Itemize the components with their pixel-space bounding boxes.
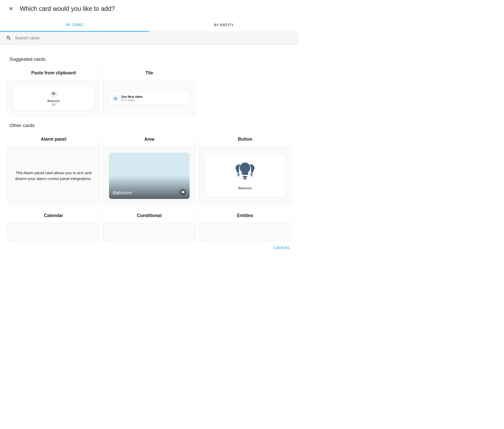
- card-paste-from-clipboard[interactable]: Paste from clipboard Bedroom Off: [7, 66, 100, 117]
- paste-preview: Bedroom Off: [13, 86, 94, 110]
- sun-clock-icon: [112, 95, 119, 102]
- cancel-button[interactable]: CANCEL: [274, 245, 290, 250]
- button-entity-label: Bedroom: [211, 186, 279, 190]
- paste-entity-state: Off: [17, 103, 89, 106]
- area-preview: Bathroom: [109, 153, 190, 199]
- paste-entity-name: Bedroom: [17, 100, 89, 103]
- svg-rect-2: [237, 174, 240, 175]
- tile-entity-sub: In 11 hours: [121, 99, 143, 102]
- tab-by-card[interactable]: BY CARD: [0, 18, 149, 32]
- area-room-label: Bathroom: [113, 190, 132, 195]
- button-preview: Bedroom: [205, 155, 286, 196]
- tile-entity-name: Sun Next dawn: [121, 95, 143, 99]
- close-button[interactable]: [7, 5, 15, 13]
- suggested-heading: Suggested cards: [10, 56, 292, 62]
- card-title: Area: [103, 132, 196, 147]
- card-tile[interactable]: Tile Sun Next dawn In 11 hours: [103, 66, 196, 117]
- card-alarm-panel[interactable]: Alarm panel The Alarm panel card allows …: [7, 132, 100, 205]
- card-title: Paste from clipboard: [7, 66, 100, 80]
- lightbulb-group-icon: [232, 161, 259, 182]
- card-title: Alarm panel: [7, 132, 100, 147]
- card-entities[interactable]: Entities: [199, 208, 291, 241]
- svg-rect-4: [250, 174, 253, 175]
- dialog-title: Which card would you like to add?: [20, 5, 115, 12]
- svg-rect-5: [251, 175, 252, 176]
- card-conditional[interactable]: Conditional: [103, 208, 196, 241]
- search-icon: [6, 35, 11, 41]
- card-title: Button: [199, 132, 291, 147]
- tab-by-entity[interactable]: BY ENTITY: [149, 18, 299, 32]
- toggle-icon: [179, 189, 186, 195]
- card-calendar[interactable]: Calendar: [7, 208, 100, 241]
- other-heading: Other cards: [10, 122, 292, 128]
- svg-rect-0: [243, 176, 247, 177]
- svg-rect-3: [238, 175, 239, 176]
- card-button[interactable]: Button: [199, 132, 291, 205]
- search-input[interactable]: [15, 36, 293, 40]
- dialog-footer: CANCEL: [0, 241, 299, 254]
- search-bar[interactable]: [0, 32, 299, 44]
- tile-preview: Sun Next dawn In 11 hours: [109, 93, 190, 104]
- alarm-description: The Alarm panel card allows you to arm a…: [13, 170, 94, 181]
- tabs: BY CARD BY ENTITY: [0, 18, 299, 32]
- card-area[interactable]: Area Bathroom: [103, 132, 196, 205]
- card-title: Entities: [199, 208, 291, 223]
- lightbulb-group-icon: [50, 90, 57, 98]
- close-icon: [8, 6, 14, 11]
- card-title: Tile: [103, 66, 196, 80]
- card-title: Calendar: [7, 208, 100, 223]
- card-title: Conditional: [103, 208, 196, 223]
- svg-rect-1: [243, 178, 246, 179]
